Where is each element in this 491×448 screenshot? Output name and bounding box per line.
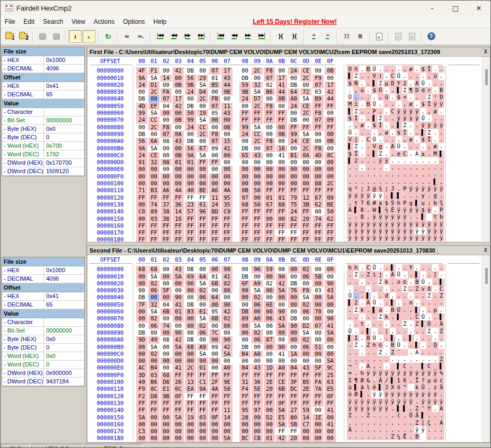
ascii-char[interactable]: . xyxy=(408,433,414,440)
ascii-char[interactable]: . xyxy=(414,292,421,299)
ascii-char[interactable]: ÿ xyxy=(371,228,378,235)
ascii-char[interactable]: . xyxy=(408,328,414,335)
ascii-char[interactable]: ÿ xyxy=(365,192,372,199)
ascii-char[interactable]: C xyxy=(439,285,445,292)
ascii-char[interactable]: ▌ xyxy=(402,405,408,412)
ascii-char[interactable]: Z xyxy=(353,342,360,348)
ascii-char[interactable]: . xyxy=(408,363,414,370)
ascii-char[interactable]: Û xyxy=(347,292,353,299)
ascii-char[interactable]: . xyxy=(439,108,445,115)
ascii-char[interactable]: . xyxy=(420,342,426,348)
ascii-char[interactable]: A xyxy=(414,349,421,356)
hex-byte[interactable]: 00 xyxy=(197,435,208,442)
ascii-char[interactable]: . xyxy=(347,279,353,285)
ascii-char[interactable]: . xyxy=(420,164,426,171)
shift-block-right-button[interactable]: }{ xyxy=(288,30,301,43)
ascii-char[interactable]: . xyxy=(426,271,433,278)
ascii-char[interactable]: . xyxy=(402,157,408,164)
ascii-char[interactable]: Î xyxy=(353,150,360,157)
ascii-char[interactable]: B xyxy=(365,66,372,73)
ascii-char[interactable]: ÿ xyxy=(396,398,402,405)
ascii-char[interactable]: . xyxy=(365,433,372,440)
ascii-char[interactable]: ▌ xyxy=(396,313,402,320)
ascii-char[interactable]: Y xyxy=(426,405,433,412)
ascii-char[interactable]: . xyxy=(390,101,396,107)
hex-byte[interactable]: 00 xyxy=(136,435,147,442)
ascii-char[interactable]: . xyxy=(414,328,421,335)
ascii-char[interactable]: . xyxy=(383,192,390,199)
ascii-char[interactable]: ÿ xyxy=(439,101,445,107)
ascii-char[interactable]: , xyxy=(371,363,378,370)
ascii-char[interactable]: . xyxy=(432,66,439,73)
ascii-char[interactable]: ▌ xyxy=(365,328,372,335)
ascii-char[interactable]: . xyxy=(359,292,365,299)
ascii-char[interactable]: ÿ xyxy=(439,122,445,129)
ascii-char[interactable]: ÿ xyxy=(432,228,439,235)
ascii-char[interactable]: . xyxy=(383,433,390,440)
open-second-file-button[interactable]: 2 xyxy=(17,30,30,43)
ascii-char[interactable]: . xyxy=(365,94,372,101)
ascii-char[interactable]: ÿ xyxy=(378,391,384,398)
last-match-button[interactable]: ▶▶| xyxy=(255,30,268,43)
ascii-char[interactable]: ▌ xyxy=(396,363,402,370)
ascii-char[interactable]: ÿ xyxy=(383,405,390,412)
ascii-char[interactable]: ▌ xyxy=(432,178,439,185)
ascii-char[interactable]: . xyxy=(439,264,445,271)
ascii-char[interactable]: Z xyxy=(353,143,360,150)
ascii-char[interactable]: Z xyxy=(353,108,360,115)
ascii-char[interactable]: . xyxy=(426,307,433,313)
ascii-char[interactable]: ▌ xyxy=(353,384,360,391)
ascii-char[interactable]: ÿ xyxy=(396,115,402,122)
ascii-char[interactable]: Ü xyxy=(420,384,426,391)
ascii-char[interactable]: X xyxy=(390,384,396,391)
ascii-char[interactable]: ¦ xyxy=(359,185,365,192)
ascii-char[interactable]: . xyxy=(383,342,390,348)
ascii-char[interactable]: ÿ xyxy=(439,185,445,192)
ascii-char[interactable]: . xyxy=(420,292,426,299)
ascii-char[interactable]: . xyxy=(383,307,390,313)
ascii-char[interactable]: . xyxy=(383,264,390,271)
ascii-char[interactable]: ÿ xyxy=(402,108,408,115)
ascii-char[interactable]: . xyxy=(408,292,414,299)
ascii-char[interactable]: Z xyxy=(402,285,408,292)
ascii-char[interactable]: ▌ xyxy=(396,122,402,129)
ascii-char[interactable]: . xyxy=(347,122,353,129)
ascii-char[interactable]: . xyxy=(359,313,365,320)
second-file-scrollbar[interactable] xyxy=(482,255,490,442)
shift-block-left-button[interactable]: }{ xyxy=(274,30,287,43)
ascii-char[interactable]: ÿ xyxy=(432,185,439,192)
ascii-char[interactable]: ÿ xyxy=(426,185,433,192)
ascii-char[interactable]: Y xyxy=(396,80,402,87)
ascii-char[interactable]: . xyxy=(432,285,439,292)
ascii-char[interactable]: . xyxy=(408,192,414,199)
ascii-char[interactable]: . xyxy=(408,377,414,384)
ascii-char[interactable]: . xyxy=(432,433,439,440)
ascii-char[interactable]: ▌ xyxy=(347,73,353,79)
ascii-char[interactable]: . xyxy=(414,73,421,79)
ascii-char[interactable]: . xyxy=(432,129,439,136)
ascii-char[interactable]: . xyxy=(365,349,372,356)
find-next-button[interactable]: ∞. xyxy=(135,30,147,43)
ascii-char[interactable]: Û xyxy=(371,335,378,342)
ascii-char[interactable]: C xyxy=(402,150,408,157)
hex-byte[interactable]: FF xyxy=(197,236,208,242)
ascii-char[interactable]: . xyxy=(378,320,384,327)
ascii-char[interactable]: Û xyxy=(347,129,353,136)
ascii-char[interactable]: . xyxy=(365,419,372,426)
ascii-char[interactable]: . xyxy=(396,299,402,306)
report-button[interactable] xyxy=(373,30,386,43)
ascii-char[interactable]: . xyxy=(414,136,421,143)
ascii-char[interactable]: . xyxy=(353,313,360,320)
hex-byte[interactable]: FF xyxy=(185,236,196,242)
ascii-char[interactable]: . xyxy=(371,320,378,327)
ascii-char[interactable]: . xyxy=(359,363,365,370)
ascii-char[interactable]: Ã xyxy=(347,426,353,433)
ascii-char[interactable]: . xyxy=(426,335,433,342)
ascii-char[interactable]: . xyxy=(390,178,396,185)
ascii-char[interactable]: . xyxy=(432,279,439,285)
ascii-char[interactable]: . xyxy=(432,405,439,412)
ascii-char[interactable]: . xyxy=(365,207,372,213)
ascii-char[interactable]: . xyxy=(383,171,390,178)
ascii-char[interactable]: . xyxy=(371,94,378,101)
ascii-char[interactable]: ÿ xyxy=(439,398,445,405)
